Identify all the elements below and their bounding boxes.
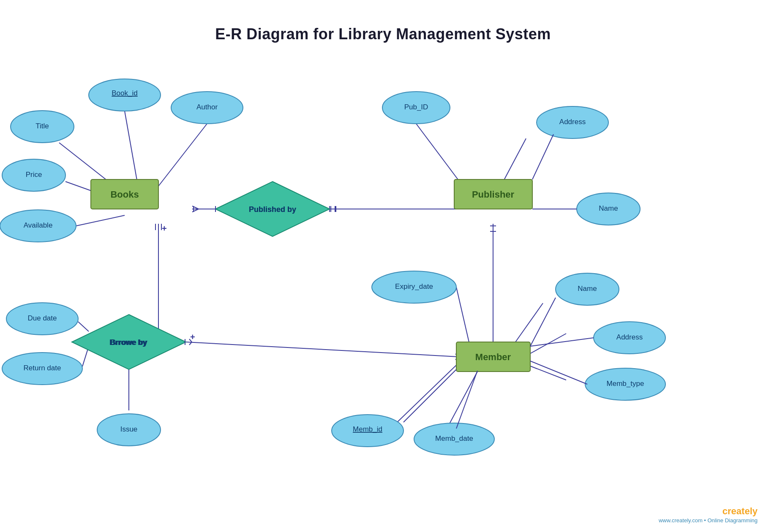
issue-label: Issue (120, 425, 138, 433)
publisher-entity-label: Publisher (472, 189, 515, 200)
title-label: Title (35, 122, 49, 130)
browse-by-text: Brrowe by (109, 338, 147, 347)
svg-line-40 (403, 369, 456, 422)
expiry-date-label: Expiry_date (395, 282, 433, 290)
price-label: Price (26, 171, 42, 179)
memb-date-label: Memb_date (435, 434, 473, 442)
svg-line-16 (397, 363, 458, 422)
mem-address-label: Address (616, 333, 643, 341)
book-id-label: Book_id (112, 89, 137, 97)
books-entity-label: Books (110, 189, 139, 200)
svg-line-22 (186, 342, 458, 357)
cardinality-plus-browse: + (190, 332, 195, 342)
memb-type-label: Memb_type (607, 380, 644, 388)
svg-line-38 (530, 361, 587, 384)
memb-id-label: Memb_id (353, 425, 382, 433)
published-by-text: Published by (249, 205, 296, 214)
svg-line-37 (530, 338, 594, 346)
pub-name-label: Name (599, 204, 618, 212)
svg-line-13 (515, 303, 543, 342)
pub-id-label: Pub_ID (404, 103, 428, 111)
brand-url: www.creately.com • Online Diagramming (659, 517, 758, 524)
member-entity-label: Member (475, 352, 511, 362)
svg-line-19 (78, 322, 89, 331)
svg-line-39 (530, 298, 556, 346)
svg-line-12 (456, 287, 469, 342)
watermark: creately www.creately.com • Online Diagr… (659, 506, 758, 524)
svg-line-17 (446, 372, 477, 431)
return-date-label: Return date (24, 364, 61, 372)
pub-address-label: Address (559, 118, 586, 126)
svg-line-41 (456, 371, 477, 429)
svg-line-2 (152, 124, 207, 194)
page-title: E-R Diagram for Library Management Syste… (0, 13, 766, 43)
due-date-label: Due date (28, 314, 57, 322)
cardinality-plus-books: + (162, 224, 167, 233)
brand-name: creately (722, 506, 758, 516)
svg-line-4 (76, 215, 125, 226)
available-label: Available (24, 221, 53, 229)
svg-line-35 (532, 134, 553, 179)
author-label: Author (196, 103, 218, 111)
mem-name-label: Name (578, 285, 597, 293)
